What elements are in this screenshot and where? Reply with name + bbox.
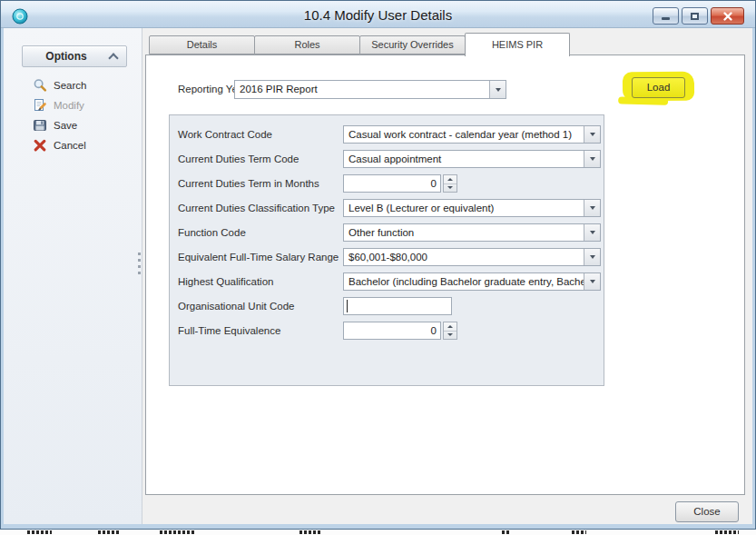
options-header-label: Options xyxy=(23,50,110,63)
tab-label: HEIMS PIR xyxy=(492,39,543,50)
field-label: Highest Qualification xyxy=(178,272,273,291)
chevron-down-icon[interactable] xyxy=(584,126,600,143)
combo-value: 2016 PIR Report xyxy=(235,81,489,98)
chevron-down-icon[interactable] xyxy=(584,151,600,167)
work-contract-code-combo[interactable]: Casual work contract - calendar year (me… xyxy=(343,125,601,144)
combo-value: Casual appointment xyxy=(344,151,584,167)
sidebar-item-search[interactable]: Search xyxy=(33,76,86,94)
sidebar-item-modify[interactable]: Modify xyxy=(33,96,84,114)
organisational-unit-code-input[interactable] xyxy=(343,297,452,315)
current-duties-term-months-input[interactable]: 0 xyxy=(343,174,441,193)
tab-details[interactable]: Details xyxy=(149,35,255,54)
combo-value: Level B (Lecturer or equivalent) xyxy=(344,200,584,216)
window-title: 10.4 Modify User Details xyxy=(1,7,755,23)
tab-label: Details xyxy=(187,39,218,50)
sidebar-splitter-handle[interactable] xyxy=(137,253,142,280)
search-icon xyxy=(33,78,47,93)
function-code-combo[interactable]: Other function xyxy=(343,223,601,242)
text-caret xyxy=(347,300,348,312)
background-text-fragment xyxy=(572,530,586,534)
close-window-button[interactable] xyxy=(711,7,744,25)
background-text-fragment xyxy=(160,530,194,534)
tab-heims-pir[interactable]: HEIMS PIR xyxy=(465,33,570,56)
chevron-down-icon[interactable] xyxy=(489,81,506,98)
field-label: Equivalent Full-Time Salary Range xyxy=(178,248,339,266)
field-label: Full-Time Equivalence xyxy=(178,322,280,340)
spin-down-icon[interactable] xyxy=(444,332,457,340)
background-text-fragment xyxy=(27,530,52,534)
sidebar-item-cancel[interactable]: Cancel xyxy=(33,136,86,154)
collapse-chevron-icon xyxy=(108,53,118,63)
tab-label: Roles xyxy=(294,39,319,50)
equivalent-full-time-salary-range-combo[interactable]: $60,001-$80,000 xyxy=(343,248,601,266)
tab-security-overrides[interactable]: Security Overrides xyxy=(359,35,466,54)
background-text-fragment xyxy=(299,530,322,534)
combo-value: Other function xyxy=(344,224,584,241)
current-duties-classification-type-combo[interactable]: Level B (Lecturer or equivalent) xyxy=(343,199,601,217)
background-text-fragment xyxy=(715,530,739,534)
chevron-down-icon[interactable] xyxy=(584,273,600,290)
spinner-buttons[interactable] xyxy=(443,174,457,193)
chevron-down-icon[interactable] xyxy=(584,249,600,265)
modify-icon xyxy=(33,98,47,113)
restore-icon xyxy=(691,13,699,20)
load-button[interactable]: Load xyxy=(632,77,685,98)
spin-up-icon[interactable] xyxy=(444,322,457,332)
heims-pir-groupbox: Work Contract Code Casual work contract … xyxy=(169,114,604,386)
save-icon xyxy=(33,118,47,133)
field-label: Organisational Unit Code xyxy=(178,297,295,315)
combo-value: Bachelor (including Bachelor graduate en… xyxy=(344,273,584,290)
field-label: Current Duties Classification Type xyxy=(178,199,335,217)
title-bar[interactable]: 10.4 Modify User Details xyxy=(1,1,755,28)
field-label: Current Duties Term in Months xyxy=(178,174,319,193)
close-icon xyxy=(722,11,733,22)
highest-qualification-combo[interactable]: Bachelor (including Bachelor graduate en… xyxy=(343,272,601,291)
field-label: Work Contract Code xyxy=(178,125,272,144)
background-window-strip xyxy=(0,530,756,535)
minimize-button[interactable] xyxy=(653,7,679,25)
reporting-year-combo[interactable]: 2016 PIR Report xyxy=(234,80,506,99)
current-duties-term-code-combo[interactable]: Casual appointment xyxy=(343,150,601,168)
sidebar-item-label: Search xyxy=(54,80,86,91)
chevron-down-icon[interactable] xyxy=(584,200,600,216)
sidebar-item-label: Save xyxy=(54,120,77,131)
screen: 10.4 Modify User Details Options Search … xyxy=(0,0,756,535)
cancel-icon xyxy=(33,138,47,153)
full-time-equivalence-input[interactable]: 0 xyxy=(343,322,441,340)
sidebar-item-label: Modify xyxy=(54,100,84,111)
sidebar-item-label: Cancel xyxy=(54,140,86,151)
spinner-buttons[interactable] xyxy=(443,322,457,340)
field-label: Current Duties Term Code xyxy=(178,150,299,168)
background-text-fragment xyxy=(502,530,511,534)
tab-roles[interactable]: Roles xyxy=(254,35,360,54)
options-panel-header[interactable]: Options xyxy=(22,45,127,67)
sidebar-item-save[interactable]: Save xyxy=(33,116,77,134)
restore-button[interactable] xyxy=(682,7,708,25)
field-label: Function Code xyxy=(178,223,246,242)
tab-label: Security Overrides xyxy=(371,39,453,50)
close-dialog-button[interactable]: Close xyxy=(675,501,739,522)
combo-value: Casual work contract - calendar year (me… xyxy=(344,126,584,143)
background-text-fragment xyxy=(98,530,120,534)
spin-up-icon[interactable] xyxy=(444,175,457,184)
chevron-down-icon[interactable] xyxy=(584,224,600,241)
minimize-icon xyxy=(662,17,670,20)
combo-value: $60,001-$80,000 xyxy=(344,249,584,265)
spin-down-icon[interactable] xyxy=(444,184,457,193)
